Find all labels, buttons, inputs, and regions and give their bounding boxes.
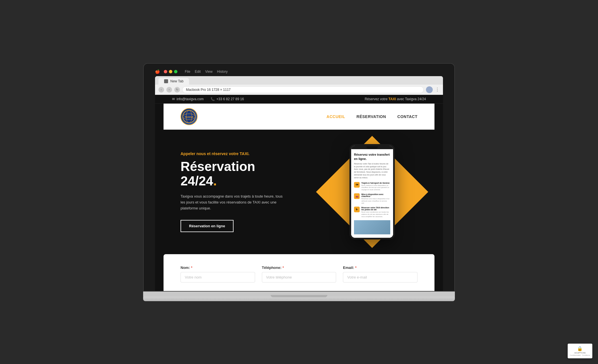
window-close-dot[interactable]: [164, 70, 167, 73]
laptop-hinge: [271, 295, 327, 297]
nom-label: Nom: *: [181, 265, 255, 270]
recaptcha-subtext: Confidentialité · Conditions: [570, 354, 590, 356]
forward-button[interactable]: ›: [166, 87, 172, 93]
airport-icon: 🗺: [354, 182, 360, 188]
telephone-input[interactable]: [262, 272, 336, 282]
laptop-bottom: [143, 292, 455, 297]
contact-form-section: Nom: * Téléphone: * Email:: [164, 254, 434, 291]
form-row: Nom: * Téléphone: * Email:: [181, 265, 417, 282]
phone-notch: [366, 146, 378, 149]
email-label-text: Email:: [343, 265, 354, 270]
top-bar-contact: ✉ info@taxigva.com 📞 +33 6 82 27 89 16: [172, 97, 244, 101]
nom-input[interactable]: [181, 272, 255, 282]
address-bar[interactable]: Macbook Pro 16 1728 × 1117: [182, 86, 424, 93]
ski-service-title: Réserver votre TAXI direction les pistes…: [361, 207, 390, 211]
email-text: info@taxigva.com: [177, 97, 204, 101]
hero-title: Réservation 24/24.: [181, 159, 293, 188]
nav-contact[interactable]: CONTACT: [397, 114, 417, 119]
mac-menu-edit: Edit: [195, 70, 201, 74]
mac-menu-history: History: [217, 70, 228, 74]
tab-label: New Tab: [170, 79, 183, 83]
hero-description: Taxigva vous accompagne dans vos trajets…: [181, 194, 288, 211]
email-label: Email: *: [343, 265, 417, 270]
user-avatar: [426, 86, 433, 93]
nom-required: *: [191, 265, 192, 270]
tab-favicon: [164, 79, 168, 83]
mac-menu-view: View: [205, 70, 213, 74]
nav-links: ACCUEIL RÉSERVATION CONTACT: [326, 114, 417, 119]
telephone-label-text: Téléphone:: [262, 265, 281, 270]
recaptcha-text: reCAPTCHA: [574, 352, 586, 354]
hero-tagline: Appeler nous et réservez votre TAXI.: [181, 151, 293, 156]
top-bar-slogan: Réservez votre TAXI avec Taxigva 24/24: [365, 97, 426, 101]
phone-screen-content: Réservez votre transfert en ligne. Réser…: [351, 149, 393, 238]
chauffeur-service-title: Mise à disposition avec chauffeur: [361, 193, 390, 197]
telephone-required: *: [283, 265, 284, 270]
email-input[interactable]: [343, 272, 417, 282]
hero-section: Appeler nous et réservez votre TAXI. Rés…: [155, 130, 443, 254]
phone-mockup-area: Réservez votre transfert en ligne. Réser…: [318, 135, 426, 249]
slogan-prefix: Réservez votre: [365, 97, 389, 101]
hero-title-text: Réservation 24/24: [181, 159, 255, 188]
ski-service-text: Réserver votre TAXI direction les pistes…: [361, 207, 390, 218]
nom-label-text: Nom:: [181, 265, 190, 270]
phone-service-ski: ⛷ Réserver votre TAXI direction les pist…: [354, 207, 390, 218]
telephone-label: Téléphone: *: [262, 265, 336, 270]
nav-accueil[interactable]: ACCUEIL: [326, 114, 345, 119]
phone-title: Réservez votre transfert en ligne.: [354, 153, 390, 161]
ski-icon: ⛷: [354, 207, 360, 212]
browser-tab[interactable]: New Tab: [158, 78, 189, 85]
nav-reservation[interactable]: RÉSERVATION: [357, 114, 386, 119]
form-group-telephone: Téléphone: *: [262, 265, 336, 282]
phone-icon: 📞: [211, 97, 215, 101]
phone-service-chauffeur: 🚗 Mise à disposition avec chauffeur Rése…: [354, 193, 390, 204]
svg-text:TAXIGVA: TAXIGVA: [185, 116, 193, 118]
airport-service-desc: Nous mettons à votre disposition un chau…: [361, 185, 390, 191]
hero-title-dot: .: [213, 174, 217, 188]
chauffeur-service-desc: Réservez une mise à disposition d'un véh…: [361, 198, 390, 204]
logo-image: TAXIGVA: [181, 108, 198, 125]
website-content: ✉ info@taxigva.com 📞 +33 6 82 27 89 16 R…: [155, 95, 443, 291]
phone-bottom-image: [354, 220, 390, 234]
ski-service-desc: Nous vous conduirons sur toutes les stat…: [361, 211, 390, 218]
email-contact: ✉ info@taxigva.com: [172, 97, 204, 101]
chauffeur-service-text: Mise à disposition avec chauffeur Réserv…: [361, 193, 390, 204]
slogan-highlight: TAXI: [389, 97, 396, 101]
recaptcha-logo: 🔒: [577, 346, 583, 351]
phone-text: +33 6 82 27 89 16: [217, 97, 244, 101]
back-button[interactable]: ‹: [158, 87, 164, 93]
email-required: *: [355, 265, 357, 270]
refresh-button[interactable]: ↻: [174, 87, 180, 93]
navbar: TAXIGVA ACCUEIL RÉSERVATION CONTACT: [164, 104, 434, 130]
form-group-nom: Nom: *: [181, 265, 255, 282]
airport-service-text: Trajets à l'aéroport de Genève Nous mett…: [361, 182, 390, 191]
chauffeur-icon: 🚗: [354, 193, 360, 199]
airport-service-title: Trajets à l'aéroport de Genève: [361, 182, 390, 184]
phone-top-bar: [351, 146, 393, 149]
phone-mockup: Réservez votre transfert en ligne. Réser…: [349, 144, 395, 239]
window-minimize-dot[interactable]: [169, 70, 172, 73]
browser-menu[interactable]: ⋮: [435, 87, 440, 92]
slogan-suffix: avec Taxigva 24/24: [396, 97, 426, 101]
email-icon: ✉: [172, 97, 175, 101]
hero-content: Appeler nous et réservez votre TAXI. Rés…: [155, 134, 318, 249]
phone-service-airport: 🗺 Trajets à l'aéroport de Genève Nous me…: [354, 182, 390, 191]
mac-menu-file: File: [185, 70, 190, 74]
nav-logo: TAXIGVA: [181, 108, 198, 125]
form-group-email: Email: *: [343, 265, 417, 282]
window-maximize-dot[interactable]: [174, 70, 177, 73]
recaptcha-badge: 🔒 reCAPTCHA Confidentialité · Conditions: [568, 344, 592, 358]
top-bar: ✉ info@taxigva.com 📞 +33 6 82 27 89 16 R…: [155, 95, 443, 104]
phone-description: Réservez votre Taxi à toutes heures de l…: [354, 162, 390, 179]
laptop-base: [143, 297, 455, 301]
reservation-button[interactable]: Réservation en ligne: [181, 220, 234, 232]
phone-contact: 📞 +33 6 82 27 89 16: [211, 97, 244, 101]
